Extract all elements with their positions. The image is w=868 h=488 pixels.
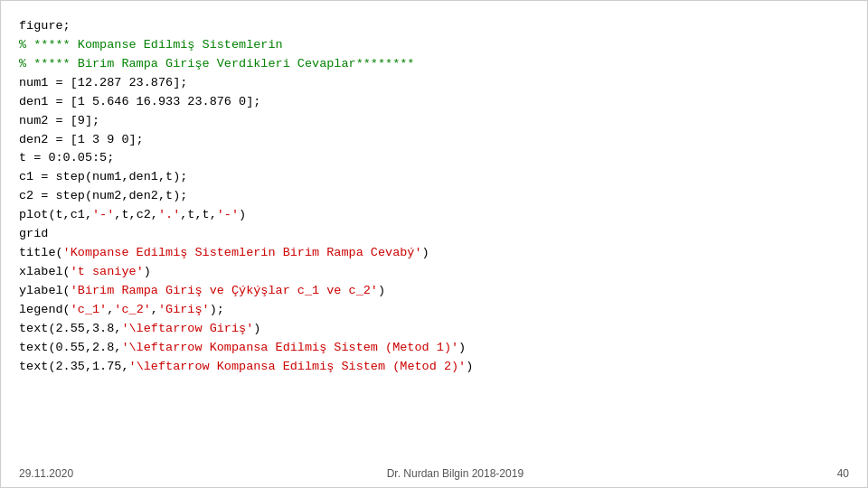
legend-comma2: ,	[151, 303, 158, 316]
footer: 29.11.2020 Dr. Nurdan Bilgin 2018-2019 4…	[1, 462, 867, 487]
line-plot-str1: '-'	[92, 208, 114, 221]
page-container: figure; % ***** Kompanse Edilmiş Sisteml…	[0, 0, 868, 488]
code-block: figure; % ***** Kompanse Edilmiş Sisteml…	[19, 17, 849, 377]
xlabel-str: 't saniye'	[71, 265, 144, 278]
line-plot-str2: '.'	[158, 208, 180, 221]
text3-end: )	[466, 360, 473, 373]
text2-str: '\leftarrow Kompansa Edilmiş Sistem (Met…	[121, 341, 458, 354]
line-2: % ***** Kompanse Edilmiş Sistemlerin % *…	[19, 38, 414, 70]
line-plot-mid1: ,t,c2,	[114, 208, 158, 221]
title-str: 'Kompanse Edilmiş Sistemlerin Birim Ramp…	[63, 246, 422, 259]
footer-page: 40	[837, 467, 849, 480]
legend-str2: 'c_2'	[114, 303, 151, 316]
line-plot-str3: '-'	[217, 208, 239, 221]
line-plot-mid2: ,t,t,	[180, 208, 217, 221]
ylabel-str: 'Birim Rampa Giriş ve Çýkýşlar c_1 ve c_…	[71, 284, 378, 297]
text1-str: '\leftarrow Giriş'	[121, 322, 253, 335]
footer-date: 29.11.2020	[19, 467, 73, 480]
text3-str: '\leftarrow Kompansa Edilmiş Sistem (Met…	[129, 360, 467, 373]
footer-author: Dr. Nurdan Bilgin 2018-2019	[387, 467, 524, 480]
code-area: figure; % ***** Kompanse Edilmiş Sisteml…	[1, 1, 867, 462]
line-1: figure;	[19, 19, 71, 33]
legend-str3: 'Giriş'	[158, 303, 210, 316]
line-4: num1 = [12.287 23.876]; den1 = [1 5.646 …	[19, 76, 260, 221]
legend-str1: 'c_1'	[71, 303, 108, 316]
